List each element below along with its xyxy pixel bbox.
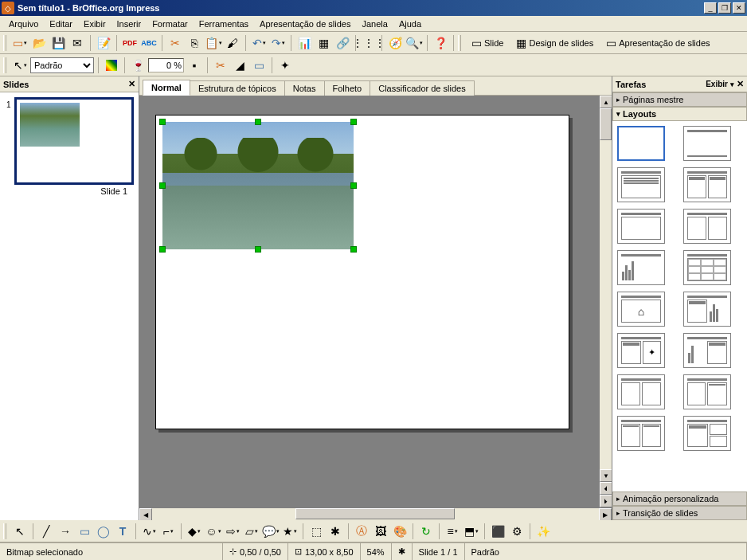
- resize-handle-se[interactable]: [350, 246, 357, 253]
- layout-text-clipart[interactable]: ✦: [617, 333, 665, 368]
- section-custom-animation[interactable]: ▸Animação personalizada: [612, 491, 747, 506]
- layout-chart[interactable]: [617, 250, 665, 285]
- rotate-tool[interactable]: ↻: [417, 523, 435, 540]
- tab-notes[interactable]: Notas: [284, 80, 325, 96]
- slide-canvas[interactable]: [155, 115, 569, 429]
- menu-arquivo[interactable]: Arquivo: [3, 18, 44, 30]
- style-combo[interactable]: Padrão: [30, 57, 94, 73]
- vertical-scrollbar[interactable]: ▲ ▼ ⏴ ⏵: [599, 96, 612, 507]
- wine-glass-button[interactable]: 🍷: [129, 57, 147, 74]
- flip-button[interactable]: ◢: [231, 57, 248, 74]
- interaction-tool[interactable]: ⚙: [508, 523, 526, 540]
- stars-tool[interactable]: ★▾: [281, 523, 299, 540]
- fontwork-tool[interactable]: Ⓐ: [353, 523, 370, 540]
- filter-button[interactable]: ✦: [276, 57, 294, 74]
- prev-slide-icon[interactable]: ⏴: [600, 482, 612, 495]
- minimize-button[interactable]: _: [704, 2, 717, 14]
- arrange-tool[interactable]: ⬒▾: [463, 523, 480, 540]
- toolbar-grip-3[interactable]: [3, 57, 6, 73]
- scroll-left-icon[interactable]: ◀: [139, 508, 152, 521]
- horizontal-scrollbar[interactable]: ◀ ▶: [139, 507, 612, 520]
- callouts-tool[interactable]: 💬▾: [262, 523, 280, 540]
- slides-list[interactable]: 1 Slide 1: [0, 92, 139, 520]
- points-tool[interactable]: ⬚: [307, 523, 325, 540]
- layout-table[interactable]: [683, 250, 731, 285]
- basic-shapes-tool[interactable]: ◆▾: [186, 523, 203, 540]
- slides-panel-close-icon[interactable]: ✕: [128, 79, 135, 89]
- chart-button[interactable]: 📊: [295, 34, 313, 52]
- select-tool[interactable]: ↖: [11, 523, 29, 540]
- arrow-tool-button[interactable]: ↖▾: [11, 57, 29, 74]
- tab-normal[interactable]: Normal: [143, 80, 190, 96]
- menu-apresentacao[interactable]: Apresentação de slides: [254, 18, 356, 30]
- navigator-button[interactable]: 🧭: [386, 34, 404, 52]
- status-zoom[interactable]: 54%: [361, 543, 392, 560]
- layout-blank[interactable]: [617, 126, 665, 161]
- zoom-input[interactable]: [148, 58, 184, 72]
- scroll-right-icon[interactable]: ▶: [599, 508, 612, 521]
- copy-button[interactable]: ⎘: [186, 34, 203, 52]
- task-panel-view-label[interactable]: Exibir: [706, 80, 728, 88]
- menu-inserir[interactable]: Inserir: [111, 18, 147, 30]
- canvas-scroll[interactable]: ▲ ▼ ⏴ ⏵: [139, 96, 612, 507]
- flowchart-tool[interactable]: ▱▾: [243, 523, 260, 540]
- layout-text-chart[interactable]: [683, 292, 731, 327]
- gallery-tool[interactable]: 🎨: [391, 523, 409, 540]
- resize-handle-w[interactable]: [159, 182, 166, 189]
- resize-handle-nw[interactable]: [159, 119, 166, 125]
- next-slide-icon[interactable]: ⏵: [600, 495, 612, 507]
- paste-button[interactable]: 📋▾: [205, 34, 222, 52]
- edit-file-button[interactable]: 📝: [95, 34, 112, 52]
- ellipse-tool[interactable]: ◯: [95, 523, 112, 540]
- rectangle-tool[interactable]: ▭: [76, 523, 93, 540]
- tab-outline[interactable]: Estrutura de tópicos: [190, 80, 285, 96]
- resize-handle-ne[interactable]: [350, 119, 357, 125]
- resize-handle-n[interactable]: [255, 119, 261, 125]
- table-button[interactable]: ▦: [315, 34, 332, 52]
- tab-slidesorter[interactable]: Classificador de slides: [370, 80, 474, 96]
- email-button[interactable]: ✉: [68, 34, 86, 52]
- print-preview-button[interactable]: ABC: [140, 34, 158, 52]
- scroll-up-icon[interactable]: ▲: [600, 96, 612, 108]
- resize-handle-sw[interactable]: [159, 246, 166, 253]
- layout-title[interactable]: [683, 126, 731, 161]
- hyperlink-button[interactable]: 🔗: [334, 34, 351, 52]
- slide-button[interactable]: ▭Slide: [466, 34, 509, 52]
- layout-clipart[interactable]: ⌂: [617, 292, 665, 327]
- layout-chart-text[interactable]: [683, 333, 731, 368]
- menu-ajuda[interactable]: Ajuda: [393, 18, 427, 30]
- layout-text-object[interactable]: [617, 374, 665, 409]
- restore-button[interactable]: ❐: [718, 2, 731, 14]
- block-arrows-tool[interactable]: ⇨▾: [224, 523, 241, 540]
- toolbar-grip[interactable]: [3, 35, 6, 51]
- slideshow-button[interactable]: ▭Apresentação de slides: [600, 34, 715, 52]
- format-paintbrush-button[interactable]: 🖌: [224, 34, 241, 52]
- grid-button[interactable]: ⋮⋮⋮: [360, 34, 377, 52]
- animation-tool[interactable]: ✨: [534, 523, 552, 540]
- gluepoints-tool[interactable]: ✱: [327, 523, 344, 540]
- extrusion-tool[interactable]: ⬛: [489, 523, 506, 540]
- toolbar-grip-4[interactable]: [3, 523, 6, 539]
- section-layouts[interactable]: ▾Layouts: [612, 107, 747, 121]
- line-tool[interactable]: ╱: [37, 523, 55, 540]
- shadow-button[interactable]: ▪: [186, 57, 203, 74]
- color-button[interactable]: [103, 57, 120, 74]
- open-button[interactable]: 📂: [30, 34, 48, 52]
- section-master-pages[interactable]: ▸Páginas mestre: [612, 92, 747, 107]
- undo-button[interactable]: ↶▾: [250, 34, 268, 52]
- menu-exibir[interactable]: Exibir: [78, 18, 111, 30]
- menu-janela[interactable]: Janela: [356, 18, 393, 30]
- crop-button[interactable]: ✂: [212, 57, 229, 74]
- layout-two-content[interactable]: [683, 167, 731, 202]
- help-button[interactable]: ❓: [432, 34, 449, 52]
- menu-editar[interactable]: Editar: [44, 18, 78, 30]
- layout-title-only[interactable]: [617, 209, 665, 244]
- layout-two-objects-text[interactable]: [683, 416, 731, 451]
- task-panel-close-icon[interactable]: ✕: [737, 79, 744, 89]
- slide-design-button[interactable]: ▦Design de slides: [510, 34, 599, 52]
- menu-formatar[interactable]: Formatar: [147, 18, 194, 30]
- layout-title-content[interactable]: [617, 167, 665, 202]
- resize-handle-e[interactable]: [350, 182, 357, 189]
- from-file-tool[interactable]: 🖼: [372, 523, 389, 540]
- inserted-image[interactable]: [162, 122, 354, 249]
